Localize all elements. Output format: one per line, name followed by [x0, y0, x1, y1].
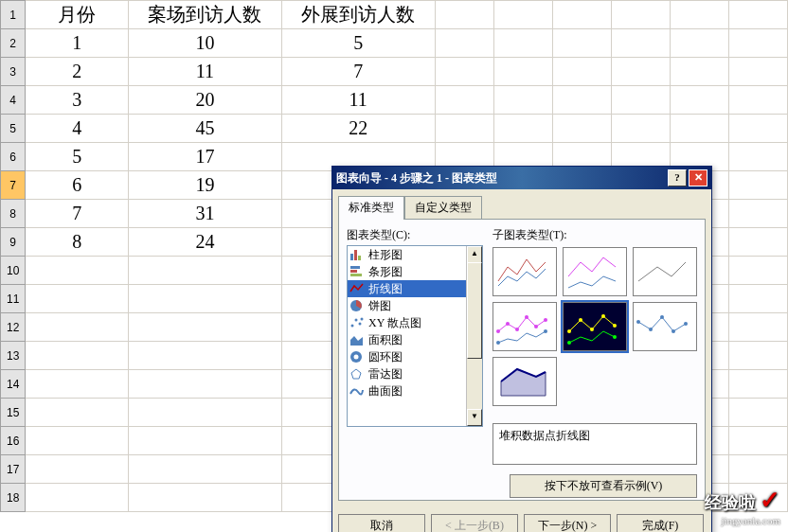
- next-button[interactable]: 下一步(N) >: [524, 514, 611, 532]
- row-header[interactable]: 15: [1, 399, 26, 427]
- cell[interactable]: [129, 484, 282, 512]
- cell[interactable]: 2: [26, 58, 129, 86]
- cell[interactable]: 月份: [26, 1, 129, 29]
- cell[interactable]: [670, 29, 728, 58]
- tab-standard[interactable]: 标准类型: [338, 196, 404, 220]
- row-header[interactable]: 10: [1, 257, 26, 285]
- row-header[interactable]: 4: [1, 86, 26, 115]
- cell[interactable]: [435, 1, 493, 29]
- cell[interactable]: [670, 1, 728, 29]
- cell[interactable]: [670, 115, 728, 143]
- chart-type-item[interactable]: 饼图: [348, 297, 482, 314]
- cell[interactable]: [129, 399, 282, 427]
- cell[interactable]: [435, 29, 493, 58]
- cell[interactable]: [611, 29, 670, 58]
- cell[interactable]: [129, 427, 282, 455]
- subtype-line-1[interactable]: [492, 247, 557, 296]
- cell[interactable]: [129, 370, 282, 399]
- cell[interactable]: 案场到访人数: [129, 1, 282, 29]
- cell[interactable]: [435, 86, 493, 115]
- scrollbar[interactable]: ▲ ▼: [466, 246, 482, 426]
- cell[interactable]: 31: [129, 200, 282, 228]
- row-header[interactable]: 12: [1, 313, 26, 342]
- cell[interactable]: [26, 257, 129, 285]
- row-header[interactable]: 7: [1, 171, 26, 200]
- cell[interactable]: 5: [26, 143, 129, 171]
- row-header[interactable]: 13: [1, 342, 26, 370]
- row-header[interactable]: 9: [1, 228, 26, 257]
- cell[interactable]: [728, 200, 787, 228]
- cell[interactable]: 24: [129, 228, 282, 257]
- row-header[interactable]: 11: [1, 285, 26, 313]
- cell[interactable]: [26, 427, 129, 455]
- finish-button[interactable]: 完成(F): [617, 514, 704, 532]
- cell[interactable]: 22: [281, 115, 435, 143]
- cell[interactable]: [611, 1, 670, 29]
- cell[interactable]: [26, 342, 129, 370]
- row-header[interactable]: 2: [1, 29, 26, 58]
- cell[interactable]: 3: [26, 86, 129, 115]
- cell[interactable]: [728, 115, 787, 143]
- cancel-button[interactable]: 取消: [338, 514, 425, 532]
- cell[interactable]: 1: [26, 29, 129, 58]
- cell[interactable]: 11: [129, 58, 282, 86]
- help-button[interactable]: ?: [668, 169, 687, 186]
- chart-type-item[interactable]: 曲面图: [348, 382, 482, 399]
- cell[interactable]: [435, 115, 493, 143]
- cell[interactable]: [728, 455, 787, 484]
- chart-type-item[interactable]: 圆环图: [348, 348, 482, 365]
- row-header[interactable]: 6: [1, 143, 26, 171]
- cell[interactable]: [26, 313, 129, 342]
- row-header[interactable]: 16: [1, 427, 26, 455]
- row-header[interactable]: 5: [1, 115, 26, 143]
- cell[interactable]: 11: [281, 86, 435, 115]
- cell[interactable]: [728, 399, 787, 427]
- cell[interactable]: [728, 29, 787, 58]
- cell[interactable]: [611, 115, 670, 143]
- cell[interactable]: [728, 257, 787, 285]
- cell[interactable]: 17: [129, 143, 282, 171]
- chart-type-item[interactable]: 面积图: [348, 331, 482, 348]
- subtype-line-3[interactable]: [633, 247, 697, 296]
- back-button[interactable]: < 上一步(B): [431, 514, 518, 532]
- cell[interactable]: 10: [129, 29, 282, 58]
- row-header[interactable]: 3: [1, 58, 26, 86]
- cell[interactable]: [493, 1, 552, 29]
- chart-type-item[interactable]: 条形图: [348, 263, 482, 280]
- subtype-line-6[interactable]: [633, 302, 697, 351]
- cell[interactable]: [552, 86, 611, 115]
- cell[interactable]: [670, 58, 728, 86]
- chart-type-item[interactable]: 雷达图: [348, 365, 482, 382]
- cell[interactable]: [129, 257, 282, 285]
- cell[interactable]: [670, 86, 728, 115]
- cell[interactable]: 4: [26, 115, 129, 143]
- cell[interactable]: [728, 228, 787, 257]
- subtype-line-7[interactable]: [492, 357, 557, 406]
- cell[interactable]: 20: [129, 86, 282, 115]
- cell[interactable]: [552, 1, 611, 29]
- cell[interactable]: 6: [26, 171, 129, 200]
- cell[interactable]: [129, 455, 282, 484]
- cell[interactable]: [129, 342, 282, 370]
- subtype-line-5-selected[interactable]: [563, 302, 627, 351]
- subtype-line-2[interactable]: [563, 247, 627, 296]
- cell[interactable]: [728, 58, 787, 86]
- cell[interactable]: [552, 29, 611, 58]
- row-header[interactable]: 1: [1, 1, 26, 29]
- cell[interactable]: [26, 399, 129, 427]
- cell[interactable]: [435, 58, 493, 86]
- cell[interactable]: [552, 58, 611, 86]
- scroll-thumb[interactable]: [467, 262, 482, 359]
- chart-type-item[interactable]: XY 散点图: [348, 314, 482, 331]
- cell[interactable]: [728, 342, 787, 370]
- cell[interactable]: 7: [26, 200, 129, 228]
- row-header[interactable]: 8: [1, 200, 26, 228]
- close-button[interactable]: ✕: [689, 169, 707, 186]
- cell[interactable]: [728, 86, 787, 115]
- cell[interactable]: [26, 484, 129, 512]
- cell[interactable]: [26, 370, 129, 399]
- chart-type-list[interactable]: 柱形图条形图折线图饼图XY 散点图面积图圆环图雷达图曲面图 ▲ ▼: [347, 245, 483, 427]
- cell[interactable]: [493, 58, 552, 86]
- cell[interactable]: [728, 143, 787, 171]
- subtype-line-4[interactable]: [492, 302, 557, 351]
